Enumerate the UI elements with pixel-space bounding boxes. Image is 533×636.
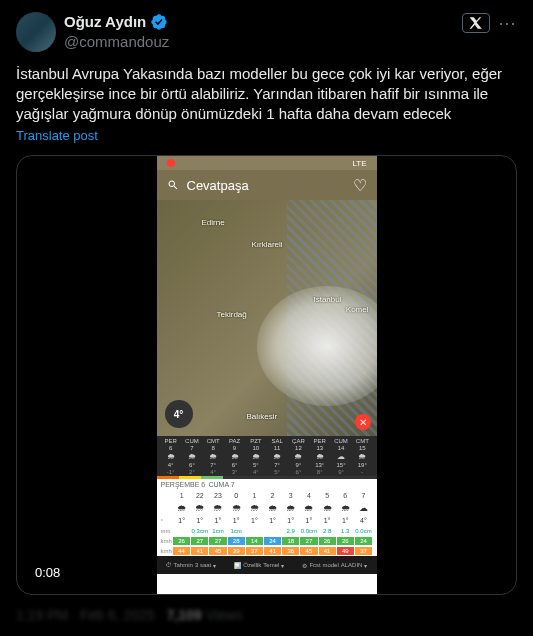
search-icon [167, 179, 179, 191]
wind-row-2: kmh4441453937413645414937 [157, 546, 377, 556]
forecast-day: CUM14☁15°9° [331, 438, 351, 474]
tahmin-selector: ⏱ Tahmin 3 saat ▾ [166, 562, 217, 569]
weather-map: Edirne Kırklareli Tekirdağ İstanbul Kome… [157, 200, 377, 436]
avatar[interactable] [16, 12, 56, 52]
city-tekirdag: Tekirdağ [217, 310, 247, 319]
forecast-day: ÇAR12🌧9°6° [288, 438, 308, 474]
phone-status-bar: LTE [157, 156, 377, 170]
translate-link[interactable]: Translate post [16, 128, 517, 143]
cloud-overlay [257, 286, 377, 406]
close-map-icon: ✕ [355, 414, 371, 430]
grok-icon [469, 16, 483, 30]
daily-forecast-strip: PER6🌧4°-1°CUM7🌧6°2°CMT8🌧7°4°PAZ9🌧6°3°PZT… [157, 436, 377, 476]
forecast-day: PAZ9🌧6°3° [224, 438, 244, 474]
view-count: 7,109 [167, 607, 202, 623]
city-edirne: Edirne [202, 218, 225, 227]
more-icon[interactable]: ⋯ [498, 12, 517, 34]
city-balikesir: Balıkesir [247, 412, 278, 421]
current-temp-badge: 4° [165, 400, 193, 428]
model-bottom-bar: ⏱ Tahmin 3 saat ▾ 📊 Özellik Temel ▾ ⚙ Fc… [157, 556, 377, 574]
location-search-bar: Cevatpaşa ♡ [157, 170, 377, 200]
views-label: Views [206, 607, 243, 623]
verified-badge-icon [150, 13, 168, 31]
tweet-time[interactable]: 1:19 PM [16, 607, 68, 623]
weather-app-screenshot: LTE Cevatpaşa ♡ Edirne Kırklareli Tekird… [157, 156, 377, 594]
carrier-label: LTE [352, 159, 366, 168]
display-name[interactable]: Oğuz Aydın [64, 12, 146, 32]
forecast-day: CMT15🌧19°- [352, 438, 372, 474]
tweet-header: Oğuz Aydın @commandouz ⋯ [16, 12, 517, 52]
recording-icon [167, 159, 175, 167]
tweet-date[interactable]: Feb 6, 2025 [80, 607, 155, 623]
tweet-container: Oğuz Aydın @commandouz ⋯ İstanbul Avrupa… [0, 0, 533, 635]
grok-badge[interactable] [462, 13, 490, 33]
forecast-day: CMT8🌧7°4° [203, 438, 223, 474]
tweet-text: İstanbul Avrupa Yakasında bazı modeller … [16, 64, 517, 124]
model-selector: ⚙ Fcst model ALADIN ▾ [302, 562, 367, 569]
ozellik-selector: 📊 Özellik Temel ▾ [234, 562, 284, 569]
user-info: Oğuz Aydın @commandouz [64, 12, 454, 51]
city-komel: Komel [346, 305, 369, 314]
precip-row: mm0.3cm1cm1cm2.90.0cm2.81.30.0cm [157, 526, 377, 536]
city-kirklareli: Kırklareli [252, 240, 283, 249]
hours-row: 1222301234567 [157, 490, 377, 501]
hourly-detail-panel: PERŞEMBE 6 CUMA 7 1222301234567 🌧🌨🌨🌨🌨🌧🌧🌧… [157, 479, 377, 594]
forecast-day: PER6🌧4°-1° [161, 438, 181, 474]
user-handle[interactable]: @commandouz [64, 32, 454, 52]
search-location-text: Cevatpaşa [187, 178, 345, 193]
forecast-day: CUM7🌧6°2° [182, 438, 202, 474]
header-actions: ⋯ [462, 12, 517, 34]
temp-row: °1°1°1°1°1°1°1°1°1°1°4° [157, 515, 377, 526]
forecast-day: PZT10🌧5°4° [246, 438, 266, 474]
wind-row-1: kmh2627272814241827262624 [157, 536, 377, 546]
city-istanbul: İstanbul [313, 295, 341, 304]
video-timestamp: 0:08 [29, 563, 66, 582]
day-header: PERŞEMBE 6 CUMA 7 [157, 479, 377, 490]
forecast-day: SAL11🌧7°5° [267, 438, 287, 474]
favorite-icon: ♡ [353, 176, 367, 195]
tweet-meta: 1:19 PM · Feb 6, 2025 · 7,109 Views [16, 607, 517, 623]
condition-row: 🌧🌨🌨🌨🌨🌧🌧🌧🌧🌧☁ [157, 501, 377, 515]
forecast-day: PER13🌧13°8° [310, 438, 330, 474]
media-container[interactable]: LTE Cevatpaşa ♡ Edirne Kırklareli Tekird… [16, 155, 517, 595]
